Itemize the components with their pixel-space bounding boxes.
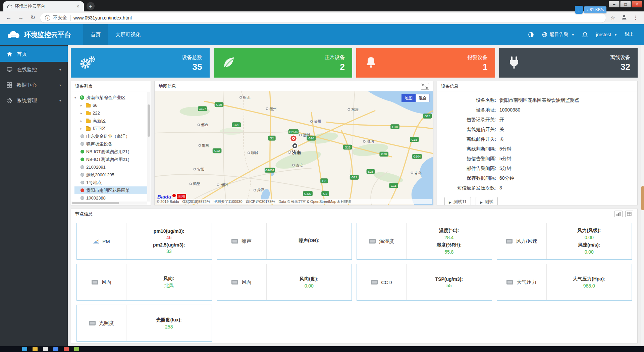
- test-button[interactable]: 测试: [476, 197, 498, 205]
- forward-button[interactable]: [16, 13, 25, 23]
- window-maximize-button[interactable]: [620, 1, 631, 7]
- svg-text:G15: G15: [425, 115, 430, 118]
- baidu-map[interactable]: G107 G20 G20 G2516 G2 G20 G22 G25 G15 G1…: [155, 91, 433, 205]
- map-marker-offline[interactable]: [292, 143, 298, 149]
- map-marker-alarm[interactable]: [290, 135, 297, 142]
- download-speed-widget[interactable]: 81 KB/s: [575, 6, 606, 14]
- tree-folder[interactable]: 历下区: [74, 125, 147, 132]
- taskbar-icon[interactable]: [74, 347, 79, 351]
- taskbar-icon[interactable]: [33, 347, 38, 351]
- node-name: 噪声: [241, 238, 252, 245]
- back-button[interactable]: [4, 13, 13, 23]
- taskbar-icon[interactable]: [53, 347, 58, 351]
- sidebar-item-system-admin[interactable]: 系统管理: [0, 93, 68, 108]
- tree-expand-icon[interactable]: [80, 119, 84, 123]
- map-fullscreen-button[interactable]: [421, 83, 429, 90]
- tree-item-label: 高新区: [93, 118, 106, 124]
- metric-value: 258: [156, 324, 182, 329]
- sidebar-item-online-monitor[interactable]: 在线监控: [0, 62, 68, 77]
- tree-expand-icon[interactable]: [80, 127, 84, 130]
- app-title: 环境监控云平台: [24, 30, 71, 39]
- tab-close-icon[interactable]: [75, 4, 80, 9]
- taskbar-icon[interactable]: [22, 347, 27, 351]
- reload-button[interactable]: [28, 13, 38, 23]
- stat-value: 32: [610, 62, 630, 71]
- page-scrollbar[interactable]: [641, 45, 644, 346]
- tree-device[interactable]: 噪声扬尘设备: [74, 140, 147, 148]
- url-box[interactable]: i 不安全 www.0531yun.cn/index.html: [40, 13, 606, 23]
- node-card-wind-direction: 风向 风向:北风: [76, 264, 212, 301]
- notifications-bell-icon[interactable]: [582, 32, 588, 38]
- stat-label: 报警设备: [468, 54, 488, 60]
- chevron-down-icon: [59, 99, 61, 102]
- svg-text:G15: G15: [412, 138, 417, 141]
- sidebar-item-data-center[interactable]: 数据中心: [0, 77, 68, 93]
- nav-bigscreen[interactable]: 大屏可视化: [108, 24, 148, 45]
- tree-root[interactable]: 济南市某综合产业区: [74, 94, 147, 101]
- tree-vertical-scrollbar[interactable]: [147, 92, 150, 202]
- folder-icon: [86, 120, 91, 123]
- tree-item-label: NB-IOT测试勿占用21(: [86, 149, 129, 155]
- tree-device[interactable]: 山东黄金矿业（鑫汇）: [74, 132, 147, 140]
- logout-button[interactable]: 退出: [625, 32, 634, 38]
- map-type-map-button[interactable]: 地图: [401, 94, 416, 102]
- metric-value: 28.4: [439, 235, 459, 240]
- sidebar-item-home[interactable]: 首页: [0, 46, 68, 62]
- tree-device[interactable]: NB-IOT测试勿占用21(: [74, 148, 147, 156]
- tree-expand-icon[interactable]: [80, 112, 84, 115]
- alert-mode-dropdown[interactable]: 醒目告警: [542, 32, 574, 38]
- map-header: 地图信息: [155, 81, 433, 91]
- tree-device-selected[interactable]: 贵阳市南明区花果园某: [74, 186, 147, 194]
- theme-icon[interactable]: [528, 32, 534, 38]
- bookmark-star-icon[interactable]: [608, 14, 617, 21]
- svg-text:东营: 东营: [351, 107, 359, 112]
- tree-collapse-icon[interactable]: [74, 96, 78, 99]
- tree-device[interactable]: 1号地点: [74, 179, 147, 186]
- road-badge: G15: [410, 137, 419, 142]
- baidu-logo-text: Baidu: [157, 194, 171, 200]
- tree-device[interactable]: 10002388: [74, 194, 147, 202]
- new-tab-button[interactable]: [87, 2, 95, 10]
- tree-device[interactable]: 21002091: [74, 163, 147, 171]
- panel-title: 节点信息: [75, 211, 93, 217]
- window-minimize-button[interactable]: [609, 1, 620, 7]
- device-list-header: 设备列表: [71, 81, 151, 91]
- status-dot-offline: [80, 142, 84, 146]
- browser-tab[interactable]: 环境监控云平台: [3, 1, 84, 11]
- tree-folder[interactable]: 66: [74, 101, 147, 109]
- road-badge: G20: [232, 122, 241, 127]
- tree-horizontal-scrollbar[interactable]: [71, 202, 147, 205]
- user-menu[interactable]: jnrstest: [596, 32, 616, 37]
- metric-value: 46: [154, 235, 184, 240]
- baidu-logo[interactable]: Baidu 地图: [157, 194, 186, 200]
- info-value: 贵阳市南明区花果园某餐饮油烟监测点: [496, 95, 579, 105]
- org-icon: [80, 95, 84, 100]
- chart-view-button[interactable]: [614, 211, 623, 217]
- profile-avatar-icon[interactable]: [620, 14, 629, 21]
- road-badge: G22: [213, 148, 221, 153]
- taskbar-icon[interactable]: [43, 347, 48, 351]
- tree-device[interactable]: NB-IOT测试勿占用21(: [74, 156, 147, 163]
- tree-folder[interactable]: 222: [74, 109, 147, 117]
- stat-label: 离线设备: [610, 54, 630, 60]
- info-label: 邮件告警间隔:: [442, 164, 496, 173]
- tree-expand-icon[interactable]: [80, 104, 84, 107]
- tree-folder[interactable]: 高新区: [74, 117, 147, 125]
- window-close-button[interactable]: [632, 1, 642, 7]
- taskbar-icon[interactable]: [64, 347, 69, 351]
- nav-home[interactable]: 首页: [83, 24, 108, 45]
- test11-button[interactable]: 测试11: [444, 197, 471, 205]
- tree-item-label: 贵阳市南明区花果园某: [86, 187, 130, 193]
- map-type-hybrid-button[interactable]: 混合: [416, 94, 430, 102]
- table-view-button[interactable]: [625, 211, 633, 217]
- url-text: www.0531yun.cn/index.html: [73, 15, 132, 20]
- page-scrollbar-thumb[interactable]: [641, 186, 644, 210]
- tree-item-label: 66: [93, 103, 97, 108]
- tree-device[interactable]: 测试20001295: [74, 171, 147, 179]
- svg-text:G327: G327: [304, 192, 312, 195]
- browser-menu-icon[interactable]: [631, 14, 640, 21]
- info-value: 10000380: [496, 105, 520, 115]
- site-info-icon[interactable]: i: [45, 15, 50, 20]
- info-row: 设备地址:10000380: [442, 105, 632, 115]
- status-dot-offline: [80, 173, 84, 177]
